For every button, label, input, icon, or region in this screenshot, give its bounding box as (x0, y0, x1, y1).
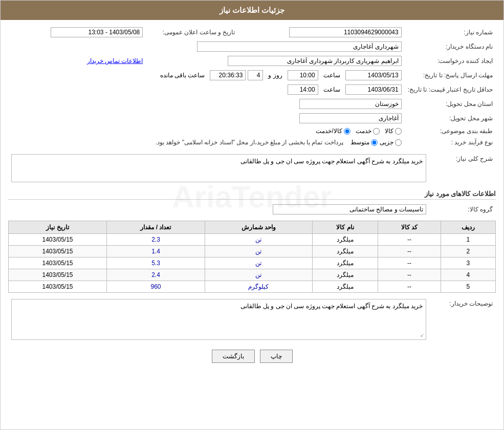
noue-farayand-desc: پرداخت تمام یا بخشی از مبلغ خرید،از محل … (156, 139, 343, 146)
gorohe-kala-table: گروه کالا: (8, 202, 496, 217)
tarikh-ebar-date-input[interactable] (345, 84, 402, 95)
table-row: 4--میلگردتن2.41403/05/15 (9, 269, 496, 281)
buttons-row: چاپ بازگشت (8, 350, 496, 363)
shomare-niaz-label: شماره نیاز: (405, 25, 496, 39)
sharh-koli-label: شرح کلی نیاز: (429, 152, 496, 186)
tarikh-elan-label: تاریخ و ساعت اعلان عمومی: (146, 25, 238, 39)
table-row: 1--میلگردتن2.31403/05/15 (9, 234, 496, 246)
tosif-khardar-label: توصیحات خریدار: (429, 297, 496, 342)
radio-motevaset-input[interactable] (371, 139, 378, 146)
tosif-table: توصیحات خریدار: خرید میلگرد به شرح آگهی … (8, 297, 496, 342)
col-name-kala: نام کالا (313, 221, 378, 234)
radio-jozei-input[interactable] (395, 139, 402, 146)
sharh-koli-textarea[interactable] (11, 154, 426, 182)
col-radif: ردیف (441, 221, 495, 234)
resize-handle: ↙ (420, 332, 424, 338)
sharh-koli-table: شرح کلی نیاز: (8, 152, 496, 186)
motevaset-label: متوسط (350, 139, 369, 146)
table-row: 2--میلگردتن1.41403/05/15 (9, 246, 496, 257)
kala-mored-niaz-title: اطلاعات کالاهای مورد نیاز (8, 190, 496, 200)
shahr-label: شهر محل تحویل: (405, 111, 496, 125)
tarikh-ebar-label: حداقل تاریخ اعتبار قیمت: تا تاریخ: (405, 82, 496, 97)
kala-table: ردیف کد کالا نام کالا واحد شمارش تعداد /… (8, 221, 496, 293)
tarikh-ersal-time-label: ساعت (323, 72, 340, 79)
roz-input[interactable] (248, 70, 263, 80)
table-row: 3--میلگردتن5.31403/05/15 (9, 257, 496, 269)
ostan-input[interactable] (299, 99, 402, 109)
col-tarikh: تاریخ نیاز (9, 221, 107, 234)
roz-label: روز و (268, 72, 282, 79)
tarikh-ersal-time-input[interactable] (288, 70, 318, 80)
ostan-label: استان محل تحویل: (405, 97, 496, 111)
tabagheh-label: طبقه بندی موضوعی: (405, 125, 496, 137)
table-row: 5--میلگردکیلوگرم9601403/05/15 (9, 281, 496, 293)
tosif-khardar-value: خرید میلگرد به شرح آگهی استعلام جهت پروژ… (15, 303, 423, 310)
gorohe-kala-label: گروه کالا: (429, 202, 496, 217)
tarikh-ebar-time-input[interactable] (288, 84, 318, 95)
radio-khadamat[interactable]: خدمت (356, 127, 380, 135)
name-dastgah-input[interactable] (197, 41, 402, 52)
countdown-input[interactable] (210, 70, 246, 80)
col-tedad: تعداد / مقدار (107, 221, 205, 234)
radio-kala-khadamat[interactable]: کالا/خدمت (316, 127, 350, 135)
col-kod-kala: کد کالا (378, 221, 441, 234)
etelaat-tamas-link[interactable]: اطلاعات تماس خریدار (87, 57, 143, 64)
tarikh-ebar-time-label: ساعت (323, 86, 340, 93)
name-dastgah-label: نام دستگاه خریدار: (405, 39, 496, 54)
radio-motevaset[interactable]: متوسط (350, 139, 378, 146)
radio-jozei[interactable]: جزیی (380, 139, 402, 146)
khadamat-label: خدمت (356, 127, 371, 135)
bazgasht-button[interactable]: بازگشت (212, 350, 255, 363)
shahr-input[interactable] (299, 113, 402, 123)
radio-khadamat-input[interactable] (373, 128, 380, 135)
gorohe-kala-input[interactable] (273, 204, 426, 214)
kala-label: کالا (385, 127, 393, 135)
radio-kala-input[interactable] (395, 128, 402, 135)
ijad-konande-label: ایجاد کننده درخواست: (405, 54, 496, 68)
shomare-niaz-input[interactable] (289, 27, 402, 37)
chap-button[interactable]: چاپ (260, 350, 293, 363)
ijad-konande-input[interactable] (228, 56, 402, 66)
noue-farayand-label: نوع فرآیند خرید : (405, 137, 496, 148)
page-title: جزئیات اطلاعات نیاز (220, 6, 284, 14)
jozei-label: جزیی (380, 139, 393, 146)
kala-khadamat-label: کالا/خدمت (316, 127, 342, 135)
radio-kala-khadamat-input[interactable] (344, 128, 350, 135)
page-header: جزئیات اطلاعات نیاز (1, 1, 503, 20)
countdown-label: ساعت باقی مانده (160, 72, 205, 79)
radio-kala[interactable]: کالا (385, 127, 402, 135)
info-table: شماره نیاز: تاریخ و ساعت اعلان عمومی: نا… (8, 25, 496, 148)
tarikh-ersal-date-input[interactable] (345, 70, 402, 80)
tarikh-ersal-label: مهلت ارسال پاسخ: تا تاریخ: (405, 68, 496, 82)
tarikh-elan-input[interactable] (51, 27, 143, 37)
col-vahed: واحد شمارش (205, 221, 312, 234)
